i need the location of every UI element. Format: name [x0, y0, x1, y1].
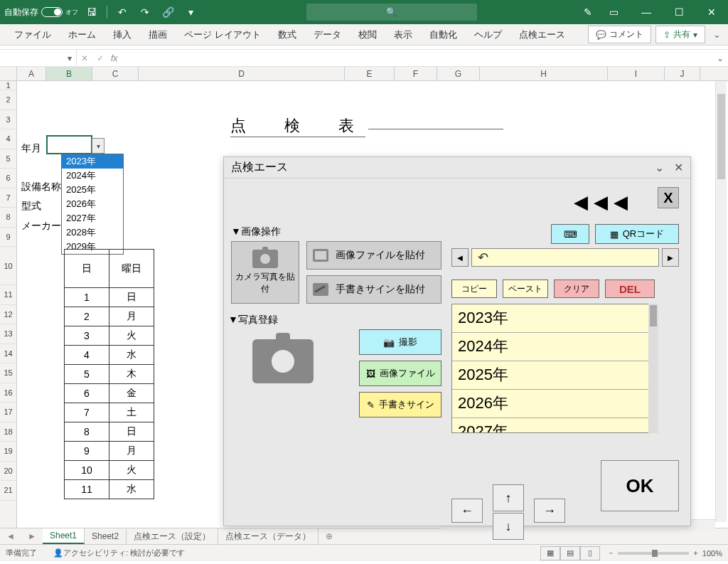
nav-left-button[interactable]: ← [451, 499, 483, 523]
tab-view[interactable]: 表示 [387, 24, 419, 46]
col-i[interactable]: I [608, 67, 665, 80]
col-j[interactable]: J [665, 67, 700, 80]
reg-sign-button[interactable]: ✎手書きサイン [359, 392, 441, 417]
row-12[interactable]: 12 [0, 305, 16, 325]
clear-x-button[interactable]: X [658, 187, 679, 208]
maximize-button[interactable]: ☐ [663, 0, 695, 24]
row-10[interactable]: 10 [0, 247, 16, 285]
col-d[interactable]: D [139, 67, 345, 80]
tab-formulas[interactable]: 数式 [271, 24, 304, 46]
row-16[interactable]: 16 [0, 383, 16, 403]
nav-right-button[interactable]: → [534, 499, 565, 523]
sheet-tab[interactable]: Sheet2 [85, 529, 127, 543]
zoom-in-button[interactable]: ＋ [692, 548, 700, 558]
row-21[interactable]: 21 [0, 481, 16, 501]
back-triangles[interactable]: ◀◀◀ [574, 191, 633, 213]
dropdown-option[interactable]: 2028年 [62, 225, 123, 240]
tab-help[interactable]: ヘルプ [467, 24, 509, 46]
close-button[interactable]: ✕ [695, 0, 728, 24]
list-item[interactable]: 2023年 [452, 304, 655, 333]
zoom-slider[interactable] [618, 552, 689, 555]
prev-button[interactable]: ◄ [451, 248, 469, 267]
row-4[interactable]: 4 [0, 129, 16, 149]
keyboard-button[interactable]: ⌨ [551, 224, 589, 244]
zoom-out-button[interactable]: － [607, 548, 615, 558]
dropdown-option[interactable]: 2026年 [62, 197, 123, 211]
vertical-scrollbar[interactable] [715, 81, 727, 522]
expand-formula-bar-icon[interactable]: ⌄ [712, 53, 728, 63]
ribbon-display-icon[interactable]: ▭ [597, 0, 630, 24]
cell-dropdown-button[interactable]: ▾ [92, 138, 105, 154]
dropdown-option[interactable]: 2027年 [62, 211, 123, 225]
tab-review[interactable]: 校閲 [351, 24, 384, 46]
list-item[interactable]: 2026年 [452, 390, 655, 418]
view-normal-icon[interactable]: ▦ [540, 546, 560, 560]
sheet-tab[interactable]: 点検エース（設定） [127, 528, 218, 545]
ok-button[interactable]: OK [601, 460, 679, 511]
col-h[interactable]: H [480, 67, 608, 80]
view-page-break-icon[interactable]: ▯ [580, 546, 600, 560]
reg-shoot-button[interactable]: 📷撮影 [359, 329, 441, 355]
row-1[interactable]: 1 [0, 81, 16, 90]
tab-page-layout[interactable]: ページ レイアウト [177, 24, 268, 46]
reg-imagefile-button[interactable]: 🖼画像ファイル [359, 361, 441, 386]
dropdown-option[interactable]: 2023年 [62, 154, 123, 169]
row-3[interactable]: 3 [0, 110, 16, 130]
active-cell-b4[interactable]: ▾ [46, 135, 92, 154]
row-9[interactable]: 9 [0, 228, 16, 248]
add-sheet-button[interactable]: ⊕ [318, 531, 340, 541]
comments-button[interactable]: 💬コメント [588, 26, 651, 43]
sheet-tab[interactable]: Sheet1 [43, 528, 85, 544]
tab-file[interactable]: ファイル [7, 24, 58, 46]
tab-nav-next[interactable]: ► [28, 531, 36, 541]
list-item[interactable]: 2024年 [452, 333, 655, 361]
row-7[interactable]: 7 [0, 188, 16, 208]
camera-paste-button[interactable]: カメラ写真を貼付 [231, 241, 299, 304]
col-e[interactable]: E [345, 67, 395, 80]
zoom-level[interactable]: 100% [702, 549, 722, 558]
row-6[interactable]: 6 [0, 169, 16, 188]
tab-data[interactable]: データ [306, 24, 348, 46]
list-item[interactable]: 2027年 [452, 418, 655, 433]
row-13[interactable]: 13 [0, 324, 16, 344]
undo-icon[interactable]: ↶ [113, 3, 132, 21]
row-8[interactable]: 8 [0, 208, 16, 228]
tab-home[interactable]: ホーム [61, 24, 103, 46]
search-box[interactable]: 🔍 [306, 4, 477, 21]
dropdown-option[interactable]: 2024年 [62, 169, 123, 183]
row-5[interactable]: 5 [0, 149, 16, 169]
ribbon-collapse-icon[interactable]: ⌄ [712, 29, 721, 40]
quick-access-icon[interactable]: ✎ [579, 3, 597, 21]
tab-insert[interactable]: 挿入 [106, 24, 139, 46]
paste-button[interactable]: ペースト [503, 280, 548, 298]
select-all-cell[interactable] [0, 67, 17, 80]
nav-up-button[interactable]: ↑ [493, 484, 524, 511]
row-19[interactable]: 19 [0, 442, 16, 462]
qrcode-button[interactable]: ▦QRコード [595, 224, 679, 244]
cancel-edit-icon[interactable]: ✕ [77, 53, 92, 63]
row-11[interactable]: 11 [0, 285, 16, 305]
row-14[interactable]: 14 [0, 344, 16, 364]
view-page-layout-icon[interactable]: ▤ [560, 546, 580, 560]
clear-button[interactable]: クリア [554, 280, 599, 298]
undo-field[interactable]: ↶ [471, 248, 659, 267]
col-b[interactable]: B [46, 67, 92, 80]
list-item[interactable]: 2025年 [452, 361, 655, 390]
row-17[interactable]: 17 [0, 403, 16, 422]
share-button[interactable]: ⇪共有 ▾ [655, 26, 705, 43]
tab-automate[interactable]: 自動化 [422, 24, 464, 46]
list-scrollbar[interactable] [648, 304, 658, 433]
autosave-toggle[interactable]: 自動保存 オフ [4, 6, 78, 18]
col-a[interactable]: A [17, 67, 46, 80]
image-file-paste-button[interactable]: 画像ファイルを貼付 [306, 241, 441, 270]
row-2[interactable]: 2 [0, 90, 16, 110]
tab-tenken-ace[interactable]: 点検エース [512, 24, 572, 46]
col-f[interactable]: F [395, 67, 437, 80]
attach-icon[interactable]: 🔗 [159, 3, 177, 21]
col-c[interactable]: C [92, 67, 139, 80]
confirm-edit-icon[interactable]: ✓ [92, 53, 108, 63]
row-20[interactable]: 20 [0, 462, 16, 481]
handwrite-paste-button[interactable]: 手書きサインを貼付 [306, 275, 441, 304]
save-icon[interactable]: 🖫 [82, 3, 101, 21]
redo-icon[interactable]: ↷ [136, 3, 154, 21]
